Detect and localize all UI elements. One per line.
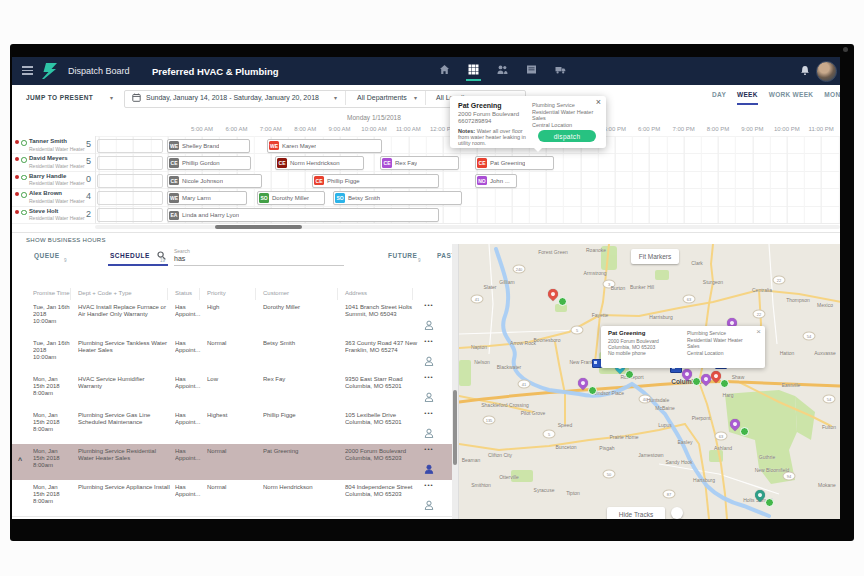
notifications-bell-icon[interactable] [800,65,810,76]
table-row[interactable]: Mon, Jan 15th 2018 8:00amPlumbing Servic… [12,408,452,445]
nav-icons [437,62,568,81]
cell-address: 2000 Forum Boulevard Columbia, MO 65203 [345,448,421,462]
collapse-caret-icon[interactable]: ^ [18,457,22,464]
appointment-chip[interactable]: CEPhillip Figge [312,174,439,188]
table-row[interactable]: ^Mon, Jan 15th 2018 8:00amPlumbing Servi… [12,444,452,481]
row-actions-icon[interactable]: ••• [416,446,442,452]
view-tab-week[interactable]: WEEK [737,91,758,105]
invoices-icon[interactable] [524,62,539,81]
popup-close-icon[interactable]: × [596,98,601,107]
view-tab-day[interactable]: DAY [712,91,726,105]
appointment-chip[interactable]: CERex Fay [380,156,459,170]
technician-row[interactable]: Barry HandleResidential Water Heater0 [12,171,95,189]
route-shield-icon: 240 [513,265,526,274]
empty-timeslot[interactable] [97,174,163,188]
column-header[interactable]: Address [345,290,367,296]
search-icon[interactable] [157,251,166,260]
table-row[interactable]: Tue, Jan 16th 2018 10:00amPlumbing Servi… [12,336,452,373]
row-actions-icon[interactable]: ••• [416,410,442,416]
map-town-label: Guthrie [759,454,775,460]
table-header-row: Promise TimeDept + Code + TypeStatusPrio… [12,288,452,300]
cell-customer: Norm Hendrickson [263,484,335,491]
tab-future[interactable]: FUTURE [388,252,417,259]
cell-promise: Mon, Jan 15th 2018 8:00am [33,448,75,469]
row-actions-icon[interactable]: ••• [416,302,442,308]
appointment-chip[interactable]: CEPat Greening [475,156,554,170]
appointment-chip[interactable]: CENorm Hendrickson [275,156,364,170]
row-actions-icon[interactable]: ••• [416,338,442,344]
appointment-chip[interactable]: WEShelley Brand [167,139,250,153]
technician-row[interactable]: Alex BrownResidential Water Heater4 [12,188,95,206]
column-header[interactable]: Status [175,290,192,296]
technician-name: Steve Holt [29,208,58,214]
appointment-chip[interactable]: WEKaren Mayer [267,139,382,153]
home-icon[interactable] [437,62,452,81]
fit-markers-button[interactable]: Fit Markers [631,249,679,264]
row-actions-icon[interactable]: ••• [416,482,442,488]
brand-logo-icon[interactable] [40,61,60,81]
view-tab-month[interactable]: MONTH [824,91,840,105]
appointment-chip[interactable]: WEMary Larm [167,191,247,205]
empty-timeslot[interactable] [97,191,163,205]
table-row[interactable]: Mon, Jan 15th 2018 8:00amPlumbing Servic… [12,480,452,517]
empty-timeslot[interactable] [97,139,163,153]
dispatch-button[interactable]: dispatch [538,130,596,142]
map-option-button[interactable] [671,507,683,519]
scrollbar-thumb[interactable] [215,225,302,229]
hide-tracks-button[interactable]: Hide Tracks [607,507,665,519]
column-header[interactable]: Dept + Code + Type [78,290,132,296]
dispatch-truck-icon[interactable] [553,62,568,81]
cell-status: Has Appoint... [175,412,207,426]
date-range-selector[interactable]: Sunday, January 14, 2018 - Saturday, Jan… [146,94,319,101]
map-popup-job-tags: Plumbing ServiceResidential Water Heater… [687,330,743,356]
scrollbar-thumb[interactable] [453,390,457,465]
jobs-table-panel: QUEUE 9 SCHEDULE 19 Search has FUTURE 9 … [12,244,452,519]
empty-timeslot[interactable] [97,156,163,170]
column-header[interactable]: Priority [207,290,226,296]
table-row[interactable]: Mon, Jan 15th 2018 8:00amHVAC Service Hu… [12,372,452,409]
customers-icon[interactable] [495,62,510,81]
customer-profile-icon[interactable] [424,352,434,362]
view-tab-work-week[interactable]: WORK WEEK [769,91,814,105]
appointment-chip[interactable]: EALinda and Harry Lyon [167,208,439,222]
map-popup-close-icon[interactable]: × [756,327,761,336]
job-type-badge: CE [277,158,287,168]
technician-row[interactable]: David MeyersResidential Water Heater5 [12,153,95,171]
appointment-chip[interactable]: SODorothy Miller [257,191,325,205]
menu-icon[interactable] [22,66,33,77]
map-town-label: Pisgah [599,445,614,451]
dispatch-board-icon[interactable] [466,62,481,81]
row-actions-icon[interactable]: ••• [416,374,442,380]
customer-profile-icon[interactable] [424,316,434,326]
appointment-chip[interactable]: CEPhillip Gordon [167,156,251,170]
header-separator [412,288,413,300]
map-popup-address: 2000 Forum BoulevardColumbia, MO 65203No… [608,338,659,356]
technician-row[interactable]: Tanner SmithResidential Water Heater5 [12,136,95,154]
customer-profile-icon[interactable] [424,496,434,506]
search-input[interactable]: has [174,255,185,262]
route-shield-icon: 54 [803,332,816,341]
table-row[interactable]: Tue, Jan 16th 2018 10:00amHVAC Install R… [12,300,452,337]
column-header[interactable]: Promise Time [33,290,70,296]
column-header[interactable]: Customer [263,290,289,296]
technician-row[interactable]: Steve HoltResidential Water Heater2 [12,206,95,224]
customer-profile-icon[interactable] [424,388,434,398]
empty-timeslot[interactable] [97,208,163,222]
screenshot-stage: Dispatch Board Preferred HVAC & Plumbing [0,0,864,576]
dispatch-map[interactable]: Fit Markers Hide Tracks Pat Greening 200… [458,244,840,519]
tab-queue[interactable]: QUEUE [34,252,60,259]
customer-profile-icon[interactable] [424,424,434,434]
tab-schedule[interactable]: SCHEDULE [110,252,150,259]
schedule-grid[interactable]: WEShelley BrandWEKaren MayerCEPhillip Go… [95,136,840,224]
appointment-chip[interactable]: CENicole Johnson [167,174,262,188]
cell-priority: Normal [207,340,251,347]
tab-past[interactable]: PAST [437,252,452,259]
customer-profile-icon[interactable] [424,460,434,470]
jump-to-present-button[interactable]: JUMP TO PRESENT [26,94,93,101]
appointment-chip[interactable]: NOJohn ... [475,174,517,188]
schedule-horizontal-scrollbar[interactable] [95,225,840,229]
appointment-chip[interactable]: SOBetsy Smith [333,191,462,205]
departments-select[interactable]: All Departments [357,94,407,101]
user-avatar[interactable] [816,61,837,82]
map-job-popup: Pat Greening 2000 Forum BoulevardColumbi… [601,326,765,368]
